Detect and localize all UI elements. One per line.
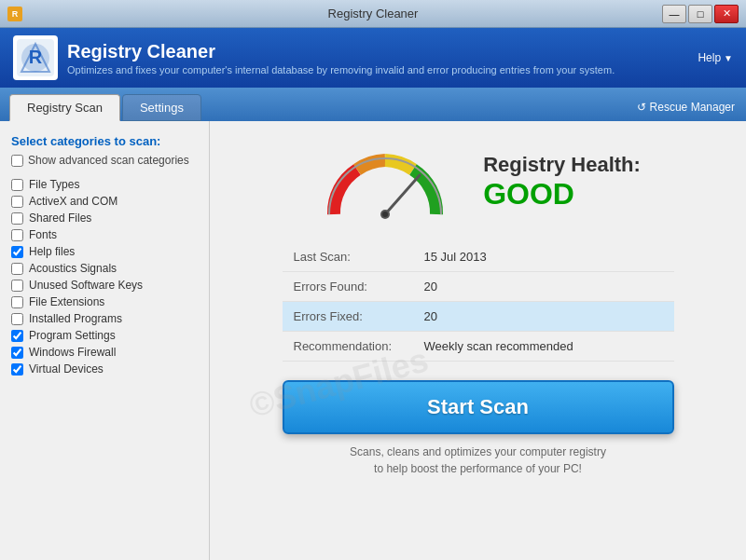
app-logo: R — [13, 35, 58, 80]
category-checkbox-9[interactable] — [11, 330, 23, 342]
category-checkbox-1[interactable] — [11, 196, 23, 208]
svg-line-6 — [385, 175, 420, 214]
category-item: Windows Firewall — [11, 344, 198, 361]
health-section: Registry Health: GOOD — [483, 153, 641, 212]
category-label-4: Help files — [29, 245, 75, 258]
title-bar-left: R — [7, 7, 22, 21]
help-arrow-icon: ▼ — [724, 53, 733, 63]
category-item: Help files — [11, 243, 198, 260]
rescue-manager-button[interactable]: ↺ Rescue Manager — [626, 93, 746, 121]
category-item: File Types — [11, 176, 198, 193]
category-checkbox-7[interactable] — [11, 296, 23, 308]
category-item: File Extensions — [11, 294, 198, 310]
info-value-2: 20 — [413, 302, 674, 332]
start-scan-button[interactable]: Start Scan — [283, 380, 674, 434]
category-item: Virtual Devices — [11, 361, 198, 377]
info-value-1: 20 — [413, 272, 674, 302]
app-header-left: R Registry Cleaner Optimizes and fixes y… — [13, 35, 615, 80]
show-advanced-option: Show advanced scan categories — [11, 154, 198, 167]
info-table: Last Scan:15 Jul 2013Errors Found:20Erro… — [283, 242, 674, 362]
svg-text:R: R — [29, 47, 43, 67]
tab-registry-scan[interactable]: Registry Scan — [9, 94, 120, 121]
show-advanced-checkbox[interactable] — [11, 155, 23, 167]
svg-point-8 — [382, 212, 388, 217]
category-item: Installed Programs — [11, 310, 198, 327]
category-checkbox-10[interactable] — [11, 347, 23, 359]
category-label-8: Installed Programs — [29, 312, 122, 325]
app-header: R Registry Cleaner Optimizes and fixes y… — [0, 28, 746, 88]
category-item: Program Settings — [11, 327, 198, 344]
app-icon: R — [7, 7, 22, 21]
category-checkbox-11[interactable] — [11, 363, 23, 376]
scan-btn-container: Start Scan Scans, cleans and optimizes y… — [283, 380, 674, 477]
gauge-section: Registry Health: GOOD — [228, 140, 727, 224]
close-button[interactable]: ✕ — [714, 5, 739, 23]
category-list: File TypesActiveX and COMShared FilesFon… — [11, 176, 198, 377]
category-label-1: ActiveX and COM — [29, 195, 117, 208]
category-label-6: Unused Software Keys — [29, 279, 143, 292]
maximize-button[interactable]: □ — [688, 5, 712, 23]
app-title: Registry Cleaner — [67, 41, 615, 62]
info-row-1: Errors Found:20 — [283, 272, 674, 302]
gauge-container — [315, 140, 455, 224]
category-item: Unused Software Keys — [11, 277, 198, 294]
minimize-button[interactable]: — — [662, 5, 686, 23]
help-label: Help — [698, 51, 721, 64]
category-label-2: Shared Files — [29, 212, 91, 225]
info-label-0: Last Scan: — [283, 242, 413, 272]
category-checkbox-5[interactable] — [11, 263, 23, 275]
health-value: GOOD — [483, 177, 641, 212]
right-panel: ©SnapFiles — [210, 121, 746, 560]
category-label-9: Program Settings — [29, 329, 116, 342]
tab-settings[interactable]: Settings — [122, 94, 201, 121]
svg-text:R: R — [12, 9, 19, 19]
info-value-3: Weekly scan recommended — [413, 332, 674, 362]
main-content: Select categories to scan: Show advanced… — [0, 121, 746, 560]
category-label-0: File Types — [29, 178, 79, 191]
category-item: ActiveX and COM — [11, 193, 198, 210]
app-title-section: Registry Cleaner Optimizes and fixes you… — [67, 41, 615, 75]
info-label-3: Recommendation: — [283, 332, 413, 362]
category-label-3: Fonts — [29, 228, 57, 241]
category-label-10: Windows Firewall — [29, 346, 116, 359]
info-value-0: 15 Jul 2013 — [413, 242, 674, 272]
rescue-manager-label: Rescue Manager — [650, 101, 735, 114]
info-label-2: Errors Fixed: — [283, 302, 413, 332]
tab-list: Registry Scan Settings — [9, 94, 201, 121]
health-label: Registry Health: — [483, 153, 641, 177]
left-panel: Select categories to scan: Show advanced… — [0, 121, 210, 560]
category-checkbox-6[interactable] — [11, 280, 23, 292]
info-row-2: Errors Fixed:20 — [283, 302, 674, 332]
show-advanced-label: Show advanced scan categories — [28, 154, 189, 167]
rescue-manager-icon: ↺ — [637, 101, 646, 114]
category-checkbox-4[interactable] — [11, 246, 23, 258]
scan-description: Scans, cleans and optimizes your compute… — [283, 444, 674, 477]
panel-title: Select categories to scan: — [11, 134, 198, 148]
tab-bar: Registry Scan Settings ↺ Rescue Manager — [0, 88, 746, 121]
help-button[interactable]: Help ▼ — [698, 51, 733, 64]
category-label-5: Acoustics Signals — [29, 262, 117, 275]
category-checkbox-3[interactable] — [11, 229, 23, 241]
category-item: Acoustics Signals — [11, 260, 198, 277]
window-title: Registry Cleaner — [328, 7, 419, 20]
category-item: Shared Files — [11, 210, 198, 226]
category-label-11: Virtual Devices — [29, 362, 104, 376]
category-checkbox-0[interactable] — [11, 179, 23, 191]
info-label-1: Errors Found: — [283, 272, 413, 302]
window-controls: — □ ✕ — [662, 5, 739, 23]
category-checkbox-2[interactable] — [11, 212, 23, 225]
category-item: Fonts — [11, 226, 198, 243]
app-subtitle: Optimizes and fixes your computer's inte… — [67, 64, 615, 75]
category-label-7: File Extensions — [29, 295, 104, 308]
info-row-0: Last Scan:15 Jul 2013 — [283, 242, 674, 272]
title-bar: R Registry Cleaner — □ ✕ — [0, 0, 746, 28]
gauge-svg — [315, 140, 455, 224]
info-row-3: Recommendation:Weekly scan recommended — [283, 332, 674, 362]
category-checkbox-8[interactable] — [11, 313, 23, 325]
